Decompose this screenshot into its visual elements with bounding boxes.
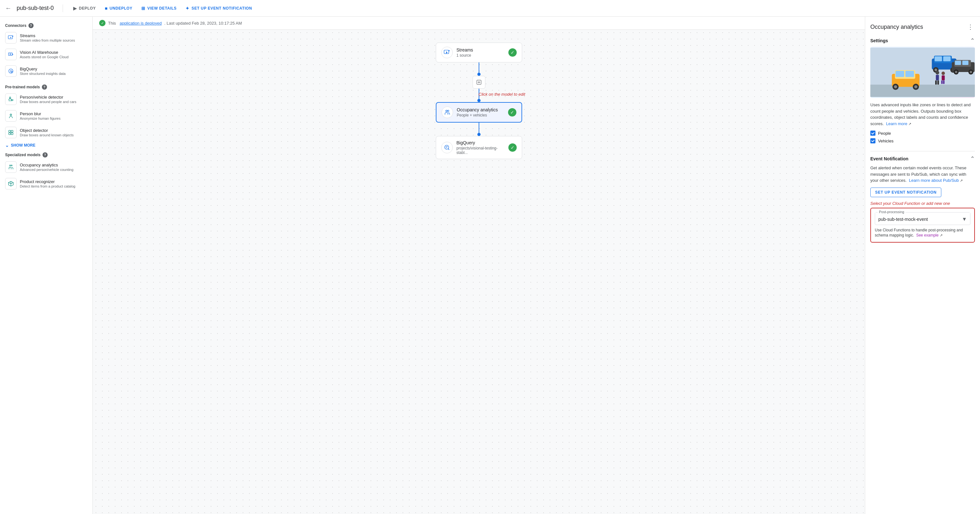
select-arrow-icon: ▼ <box>962 216 967 222</box>
see-example-link[interactable]: See example <box>916 233 939 238</box>
specialized-help-icon[interactable]: ? <box>43 152 48 158</box>
svg-rect-57 <box>943 80 945 84</box>
post-processing-label: Post-processing <box>878 210 905 214</box>
node-streams-icon <box>441 47 453 58</box>
setup-event-notification-button-panel[interactable]: SET UP EVENT NOTIFICATION <box>870 188 941 197</box>
deploy-icon: ▶ <box>73 6 77 11</box>
connector-dot-3 <box>477 133 480 136</box>
node-streams[interactable]: Streams 1 source ✓ <box>436 43 522 62</box>
node-occupancy[interactable]: Occupancy analytics People + vehicles ✓ <box>436 102 522 123</box>
sidebar-item-bigquery[interactable]: BigQuery Store structured insights data <box>0 63 92 79</box>
pubsub-external-icon: ↗ <box>960 179 963 182</box>
bigquery-text: BigQuery Store structured insights data <box>20 67 65 75</box>
node-streams-text: Streams 1 source <box>457 47 504 57</box>
node-bigquery-check: ✓ <box>508 144 517 152</box>
connectors-section-title: Connectors ? <box>0 21 92 29</box>
svg-point-33 <box>915 85 918 88</box>
svg-point-47 <box>955 71 957 73</box>
setup-event-notification-button-top[interactable]: ✦ SET UP EVENT NOTIFICATION <box>181 4 256 13</box>
svg-point-39 <box>935 69 937 71</box>
back-button[interactable]: ← <box>5 5 11 12</box>
application-deployed-link[interactable]: application is deployed <box>119 21 162 26</box>
occupancy-illustration <box>870 47 975 98</box>
status-suffix: . Last updated Feb 28, 2023, 10:17:25 AM <box>164 21 242 26</box>
streams-text: Streams Stream video from multiple sourc… <box>20 33 75 42</box>
vehicles-checkbox[interactable] <box>870 138 875 144</box>
learn-more-pubsub-link[interactable]: Learn more about Pub/Sub <box>909 178 959 183</box>
bigquery-icon <box>5 65 17 77</box>
right-panel-title: Occupancy analytics <box>870 24 923 30</box>
person-blur-icon <box>5 110 17 121</box>
checkbox-vehicles: Vehicles <box>870 138 975 144</box>
svg-point-6 <box>9 97 11 98</box>
panel-menu-button[interactable]: ⋮ <box>966 22 975 32</box>
svg-rect-53 <box>937 80 939 85</box>
main-layout: Connectors ? Streams Stream video from m… <box>0 17 980 514</box>
see-example-icon: ↗ <box>940 233 943 237</box>
topbar-actions: ▶ DEPLOY ■ UNDEPLOY ⊞ VIEW DETAILS ✦ SET… <box>69 4 256 13</box>
sidebar-item-object-detector[interactable]: Object detector Draw boxes around known … <box>0 124 92 141</box>
svg-point-17 <box>11 165 12 166</box>
svg-rect-29 <box>905 71 914 77</box>
svg-rect-52 <box>935 80 937 85</box>
view-details-button[interactable]: ⊞ VIEW DETAILS <box>137 4 180 13</box>
connectors-help-icon[interactable]: ? <box>29 23 33 28</box>
connector-line-1 <box>479 62 479 73</box>
settings-section-header[interactable]: Settings ⌃ <box>870 35 975 47</box>
vehicles-label: Vehicles <box>878 139 893 144</box>
post-processing-description: Use Cloud Functions to handle post-proce… <box>875 228 970 238</box>
show-more-icon: ⌄ <box>5 143 9 148</box>
svg-point-21 <box>445 110 447 112</box>
status-icon: ✓ <box>99 20 105 26</box>
connector-dot-2 <box>477 99 480 102</box>
node-occupancy-icon <box>442 107 453 118</box>
svg-rect-7 <box>11 99 13 101</box>
vision-warehouse-text: Vision AI Warehouse Assets stored on Goo… <box>20 50 68 59</box>
svg-rect-0 <box>8 35 13 39</box>
connector-line-3 <box>479 123 479 133</box>
show-more-button[interactable]: ⌄ SHOW MORE <box>0 141 92 150</box>
person-vehicle-text: Person/vehicle detector Draw boxes aroun… <box>20 95 76 104</box>
node-occupancy-text: Occupancy analytics People + vehicles <box>457 107 504 117</box>
product-recognizer-text: Product recognizer Detect items from a p… <box>20 179 75 188</box>
tooltip-click-to-edit: Click on the model to edit <box>479 92 525 97</box>
node-streams-check: ✓ <box>508 48 517 57</box>
sidebar-item-streams[interactable]: Streams Stream video from multiple sourc… <box>0 29 92 46</box>
sidebar-item-vision-warehouse[interactable]: Vision AI Warehouse Assets stored on Goo… <box>0 46 92 63</box>
setup-icon: ✦ <box>185 6 189 11</box>
event-notification-section: Event Notification ⌃ Get alerted when ce… <box>865 152 980 248</box>
undeploy-button[interactable]: ■ UNDEPLOY <box>101 4 137 13</box>
svg-rect-45 <box>963 61 969 65</box>
node-bigquery-icon <box>441 142 453 153</box>
event-notification-title: Event Notification <box>870 156 908 161</box>
right-panel: Occupancy analytics ⋮ Settings ⌃ <box>865 17 980 514</box>
svg-rect-2 <box>9 53 13 55</box>
undeploy-icon: ■ <box>105 6 108 11</box>
node-bigquery[interactable]: BigQuery projects/visional-testing-stabl… <box>436 136 522 159</box>
svg-point-50 <box>935 71 939 75</box>
svg-point-9 <box>13 101 13 101</box>
pretrained-help-icon[interactable]: ? <box>42 85 47 89</box>
sidebar-item-person-blur[interactable]: Person blur Anonymize human figures <box>0 107 92 124</box>
sidebar-item-product-recognizer[interactable]: Product recognizer Detect items from a p… <box>0 176 92 192</box>
sidebar-item-person-vehicle-detector[interactable]: Person/vehicle detector Draw boxes aroun… <box>0 91 92 107</box>
post-processing-select[interactable]: pub-sub-test-mock-event ▼ <box>875 214 970 225</box>
people-checkbox[interactable] <box>870 131 875 136</box>
svg-rect-28 <box>896 71 904 77</box>
external-link-icon: ↗ <box>908 122 911 126</box>
canvas-content: Streams 1 source ✓ <box>93 30 865 513</box>
streams-icon <box>5 32 17 43</box>
sidebar-item-occupancy-analytics[interactable]: Occupancy analytics Advanced person/vehi… <box>0 159 92 176</box>
deploy-button[interactable]: ▶ DEPLOY <box>69 4 100 13</box>
learn-more-link[interactable]: Learn more <box>886 121 907 126</box>
divider <box>63 5 63 12</box>
page-title: pub-sub-test-0 <box>17 5 54 11</box>
occupancy-analytics-icon <box>5 161 17 173</box>
svg-point-31 <box>894 85 897 88</box>
person-vehicle-icon <box>5 93 17 105</box>
checkbox-people: People <box>870 131 975 136</box>
node-bigquery-text: BigQuery projects/visional-testing-stabl… <box>457 140 504 155</box>
topbar: ← pub-sub-test-0 ▶ DEPLOY ■ UNDEPLOY ⊞ V… <box>0 0 980 17</box>
settings-section: Settings ⌃ <box>865 35 980 151</box>
object-detector-icon <box>5 127 17 138</box>
